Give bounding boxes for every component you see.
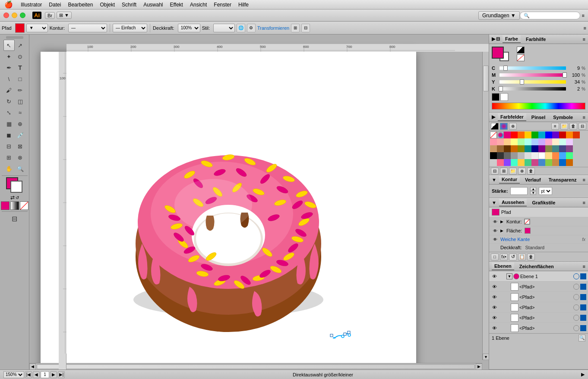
- view-btn[interactable]: ⊞ ▼: [57, 12, 72, 19]
- align-btn[interactable]: ⊞: [291, 24, 300, 32]
- menu-auswahl[interactable]: Auswahl: [140, 2, 166, 8]
- swatch-add-folder[interactable]: 📁: [560, 123, 568, 130]
- canvas-content[interactable]: [29, 34, 489, 360]
- white-swatch[interactable]: [500, 93, 508, 101]
- swatch-bottom-2[interactable]: ⊞: [500, 168, 508, 175]
- menu-fenster[interactable]: Fenster: [210, 2, 235, 8]
- swatch-emerald[interactable]: [525, 159, 531, 166]
- swatch-silver[interactable]: [490, 159, 497, 166]
- pfad-3-eye[interactable]: 👁: [491, 304, 498, 311]
- artboard-tool[interactable]: ⊠: [15, 141, 26, 152]
- swatch-lime[interactable]: [545, 159, 552, 166]
- scroll-right-btn[interactable]: ▶: [476, 363, 482, 370]
- swatch-lightyellow[interactable]: [511, 138, 518, 145]
- swatch-lavender[interactable]: [538, 138, 545, 145]
- aussehen-menu-icon[interactable]: ≡: [583, 200, 585, 205]
- aussehen-expand-icon[interactable]: ▼: [492, 200, 496, 205]
- swatch-tan[interactable]: [490, 145, 497, 152]
- warp-tool[interactable]: ≈: [15, 107, 26, 118]
- slice-tool[interactable]: ⊞: [3, 152, 15, 163]
- eyedropper-tool[interactable]: 💉: [15, 129, 26, 141]
- transformieren-button[interactable]: Transformieren: [257, 25, 289, 31]
- swatch-burnorange[interactable]: [573, 132, 580, 138]
- swatch-darkorange[interactable]: [566, 132, 573, 138]
- c-slider[interactable]: [499, 66, 566, 70]
- kontur-expand-arrow[interactable]: ▶: [500, 219, 505, 224]
- line-tool[interactable]: \: [3, 73, 15, 85]
- pfad-1-select-btn[interactable]: [573, 284, 579, 290]
- none-swatch[interactable]: [517, 54, 525, 61]
- pencil-tool[interactable]: ✏: [15, 85, 26, 96]
- deckkraft-dropdown[interactable]: 100%: [178, 24, 200, 32]
- weiche-kante-eye-icon[interactable]: 👁: [492, 237, 499, 242]
- pfad-4-select-btn[interactable]: [573, 315, 579, 321]
- swatch-teal[interactable]: [525, 145, 531, 152]
- tab-transparenz[interactable]: Transparenz: [546, 176, 579, 183]
- rect-tool[interactable]: □: [15, 73, 26, 85]
- panel-options-btn[interactable]: ≡: [582, 13, 585, 18]
- kontur-eye-icon[interactable]: 👁: [492, 219, 499, 224]
- menu-effekt[interactable]: Effekt: [166, 2, 186, 8]
- screen-mode-btn[interactable]: ⊟: [9, 213, 20, 224]
- swatch-lightcyan[interactable]: [525, 138, 531, 145]
- kontur-expand-icon[interactable]: ▼: [492, 177, 496, 182]
- pfad-2-eye[interactable]: 👁: [491, 294, 498, 301]
- swatch-bottom-4[interactable]: ⊕: [518, 168, 526, 175]
- minimize-button[interactable]: [12, 13, 17, 18]
- swatch-magenta[interactable]: [504, 132, 511, 138]
- y-thumb[interactable]: [520, 79, 524, 85]
- swatch-lightgray[interactable]: [518, 152, 525, 159]
- lasso-tool[interactable]: ⊙: [15, 51, 26, 62]
- swatch-steel[interactable]: [552, 145, 559, 152]
- menu-objekt[interactable]: Objekt: [96, 2, 118, 8]
- select-tool[interactable]: ↖: [3, 40, 15, 51]
- toolbar-options[interactable]: ≡: [584, 25, 586, 31]
- swatch-sienna[interactable]: [566, 159, 573, 166]
- panel-icon-1[interactable]: ⊟: [496, 36, 500, 42]
- swatch-gray[interactable]: [504, 152, 511, 159]
- swatch-options[interactable]: ⊟: [579, 123, 586, 130]
- swatch-peach[interactable]: [504, 138, 511, 145]
- none-fill-mode[interactable]: [20, 201, 28, 210]
- c-thumb[interactable]: [503, 66, 508, 71]
- swatch-pink[interactable]: [545, 138, 552, 145]
- ebene-1-arrow[interactable]: ▼: [506, 273, 512, 279]
- paintbrush-tool[interactable]: 🖌: [3, 85, 15, 96]
- swatch-navy[interactable]: [531, 145, 538, 152]
- symbol-tool[interactable]: ⊕: [15, 118, 26, 129]
- swatches-menu-icon[interactable]: ≡: [583, 115, 585, 120]
- swatch-cream[interactable]: [552, 138, 559, 145]
- swatch-medgray[interactable]: [511, 152, 518, 159]
- einfach-dropdown[interactable]: — Einfach: [113, 24, 147, 32]
- tab-kontur[interactable]: Kontur: [499, 176, 520, 184]
- rotate-tool[interactable]: ↻: [3, 96, 15, 107]
- eraser-tool[interactable]: ⊗: [15, 152, 26, 163]
- m-thumb[interactable]: [563, 72, 567, 78]
- swatch-view-list[interactable]: ≡: [551, 123, 559, 130]
- swatch-delete[interactable]: 🗑: [569, 123, 577, 130]
- panel-menu-icon[interactable]: ≡: [583, 37, 585, 42]
- zoom-dropdown[interactable]: 150%: [3, 371, 24, 378]
- mirror-tool[interactable]: ◫: [15, 96, 26, 107]
- starke-up-btn[interactable]: ▲: [530, 187, 536, 191]
- panel-expand-icon[interactable]: ▶: [492, 114, 495, 120]
- swatch-bottom-1[interactable]: ⊟: [491, 168, 499, 175]
- swatch-color-btn[interactable]: [500, 123, 508, 130]
- tab-farbhilfe[interactable]: Farbhilfe: [523, 36, 548, 43]
- kontur-unit-dropdown[interactable]: pt: [539, 187, 552, 195]
- direct-select-tool[interactable]: ↗: [15, 40, 26, 51]
- ebene-search-btn[interactable]: 🔍: [579, 335, 585, 341]
- vertical-scrollbar[interactable]: ▲ ▼: [482, 44, 489, 360]
- fill-type-dropdown[interactable]: ▼: [26, 24, 48, 32]
- swatch-bottom-5[interactable]: 🗑: [527, 168, 535, 175]
- menu-illustrator[interactable]: Illustrator: [17, 2, 45, 8]
- kontur-color-box[interactable]: [524, 219, 530, 225]
- swatch-lilac[interactable]: [566, 138, 573, 145]
- k-slider[interactable]: [499, 87, 566, 91]
- swatch-cyan[interactable]: [538, 132, 545, 138]
- swatch-springgreen[interactable]: [566, 152, 573, 159]
- swatch-blue[interactable]: [545, 132, 552, 138]
- swatch-aqua[interactable]: [511, 159, 518, 166]
- tab-pinsel[interactable]: Pinsel: [529, 114, 548, 121]
- grundlagen-button[interactable]: Grundlagen ▼: [478, 11, 520, 20]
